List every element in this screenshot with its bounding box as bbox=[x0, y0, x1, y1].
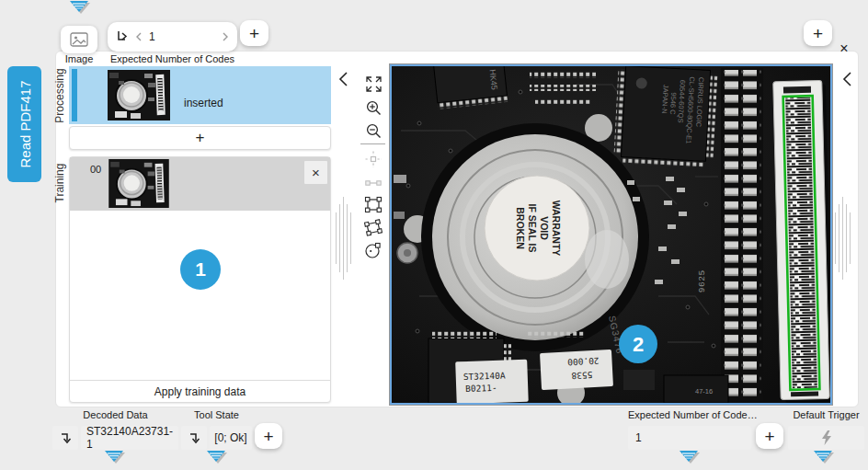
svg-text:ST32140A: ST32140A bbox=[463, 371, 506, 383]
link-input-icon bbox=[115, 29, 130, 44]
add-parameter-button[interactable]: + bbox=[240, 20, 268, 46]
svg-text:VOID: VOID bbox=[539, 216, 550, 240]
step-marker-2: 2 bbox=[619, 325, 657, 363]
link-output-icon bbox=[188, 431, 200, 445]
image-slot-card[interactable] bbox=[61, 26, 97, 53]
board-connector bbox=[724, 70, 761, 401]
svg-text:2: 2 bbox=[633, 333, 644, 356]
svg-text:JAPAN-N: JAPAN-N bbox=[660, 85, 670, 114]
drop-target-arrow-expected bbox=[679, 451, 701, 465]
stepper-decrease-icon[interactable] bbox=[135, 32, 143, 41]
lightning-icon bbox=[821, 430, 832, 445]
board-chip-cirrus: CIRRUS LOGIC CL-SH5600-80QC-E1 60544-607… bbox=[613, 66, 717, 168]
svg-text:5538: 5538 bbox=[571, 370, 593, 381]
add-result-button[interactable]: + bbox=[804, 20, 832, 46]
svg-text:IF SEAL IS: IF SEAL IS bbox=[527, 204, 538, 253]
zoom-out-button[interactable] bbox=[362, 120, 384, 141]
splitter-grip-left[interactable] bbox=[336, 195, 351, 281]
expected-codes-value: 1 bbox=[149, 30, 155, 43]
drop-target-arrow-trigger bbox=[813, 451, 835, 465]
expected-codes-input[interactable]: 1 bbox=[628, 426, 751, 450]
link-output-icon bbox=[59, 431, 72, 445]
training-item-thumbnail[interactable] bbox=[108, 159, 170, 208]
splitter-grip-right[interactable] bbox=[835, 195, 851, 281]
stepper-increase-icon[interactable] bbox=[222, 32, 229, 41]
svg-text:9625: 9625 bbox=[696, 269, 706, 292]
add-input-button[interactable]: + bbox=[756, 423, 783, 449]
toolbar-divider bbox=[360, 143, 385, 144]
tool-state-field[interactable]: [0; Ok] bbox=[210, 426, 252, 450]
selection-accent-bar bbox=[72, 69, 77, 121]
board-image: HK45 15µ 35 WARRANTY VOID IF SEAL IS BRO… bbox=[392, 66, 830, 403]
rotated-rectangle-region-button[interactable] bbox=[362, 217, 384, 237]
expected-codes-bottom-label: Expected Number of Code… bbox=[628, 409, 751, 420]
rectangle-region-button[interactable] bbox=[362, 194, 384, 214]
default-trigger-label: Default Trigger bbox=[788, 409, 864, 420]
board-label-rotated: 5538 20.000 bbox=[540, 350, 613, 390]
svg-text:B0211-: B0211- bbox=[465, 383, 497, 394]
tool-state-link-button[interactable] bbox=[181, 426, 207, 450]
point-tool-button-disabled[interactable] bbox=[362, 149, 384, 169]
remove-training-item-button[interactable]: × bbox=[304, 161, 327, 184]
edge-tool-button-disabled[interactable] bbox=[362, 173, 384, 193]
close-panel-button[interactable]: × bbox=[835, 40, 853, 57]
board-chip-topleft: HK45 bbox=[433, 66, 508, 109]
tab-read-pdf417[interactable]: Read PDF417 bbox=[7, 66, 41, 182]
drop-target-arrow-top bbox=[69, 1, 91, 16]
image-viewer[interactable]: HK45 15µ 35 WARRANTY VOID IF SEAL IS BRO… bbox=[390, 64, 832, 405]
step-marker-1: 1 bbox=[180, 249, 221, 290]
circle-region-button[interactable] bbox=[362, 240, 384, 260]
svg-text:47-16: 47-16 bbox=[695, 387, 713, 395]
expected-codes-stepper[interactable]: 1 bbox=[108, 22, 237, 52]
drop-target-arrow-decoded bbox=[104, 451, 126, 465]
add-output-button[interactable]: + bbox=[255, 423, 282, 449]
output-link-button[interactable] bbox=[52, 426, 78, 450]
tool-tab-label: Read PDF417 bbox=[17, 80, 32, 167]
collapse-left-panel-icon[interactable] bbox=[337, 71, 351, 87]
default-trigger-button[interactable] bbox=[788, 426, 864, 450]
decoded-data-label: Decoded Data bbox=[52, 409, 178, 420]
zoom-in-button[interactable] bbox=[362, 97, 384, 118]
training-item-index: 00 bbox=[90, 164, 101, 175]
processing-section-label: Processing bbox=[52, 66, 67, 124]
board-label-st: ST32140A B0211- bbox=[455, 360, 529, 403]
expected-codes-label: Expected Number of Codes bbox=[97, 53, 248, 64]
image-icon bbox=[70, 32, 88, 47]
svg-text:BROKEN: BROKEN bbox=[515, 207, 526, 249]
drop-target-arrow-toolstate bbox=[206, 451, 228, 465]
processing-item-thumbnail[interactable] bbox=[108, 70, 170, 120]
svg-text:WARRANTY: WARRANTY bbox=[551, 201, 562, 257]
decoded-data-field[interactable]: ST32140A23731-1 bbox=[81, 426, 178, 450]
svg-text:20.000: 20.000 bbox=[567, 356, 600, 368]
board-barcode-strip bbox=[773, 80, 830, 403]
collapse-right-panel-icon[interactable] bbox=[840, 71, 855, 87]
training-section-label: Training bbox=[52, 156, 67, 210]
apply-training-data-button[interactable]: Apply training data bbox=[70, 380, 330, 402]
add-processing-image-button[interactable]: + bbox=[69, 126, 331, 150]
processing-item-status: inserted bbox=[184, 97, 223, 109]
tool-state-label: Tool State bbox=[181, 409, 252, 420]
fit-to-screen-button[interactable] bbox=[362, 74, 384, 94]
